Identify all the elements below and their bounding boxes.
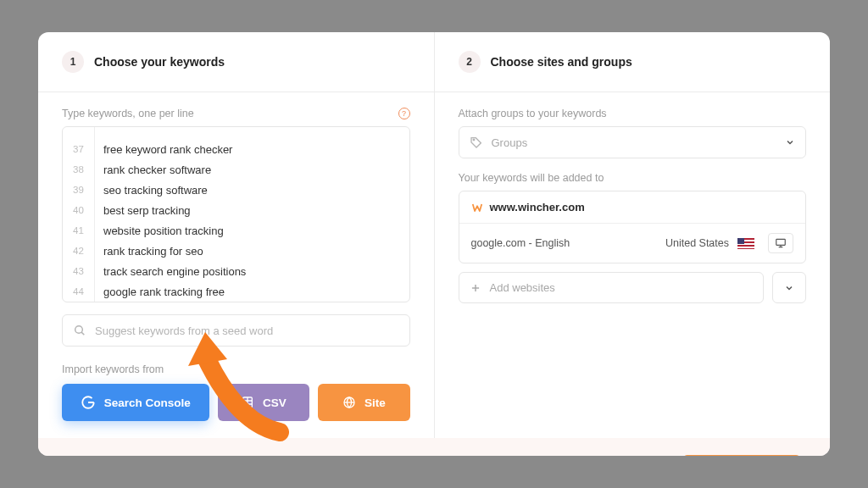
keyword-row: 41 website position tracking <box>63 220 409 241</box>
import-search-console-button[interactable]: Search Console <box>62 384 209 421</box>
line-number: 44 <box>63 281 95 302</box>
import-label: Import keywords from <box>62 363 410 375</box>
keywords-body: Type keywords, one per line ? 37 free ke… <box>38 92 434 438</box>
line-number: 40 <box>63 200 95 220</box>
suggest-input-wrapper[interactable] <box>62 314 410 347</box>
column-sites: 2 Choose sites and groups Attach groups … <box>435 32 831 438</box>
sites-label: Your keywords will be added to <box>459 172 807 184</box>
modal-footer: Cancel Add keywords <box>38 438 830 456</box>
groups-placeholder: Groups <box>492 136 528 149</box>
line-number: 38 <box>63 159 95 180</box>
keyword-row: 42 rank tracking for seo <box>63 241 409 261</box>
keyword-text: google rank tracking free <box>95 286 225 298</box>
keyword-row: 37 free keyword rank checker <box>63 139 409 159</box>
keyword-text: rank checker software <box>95 164 211 176</box>
site-engine-row[interactable]: google.com - English United States <box>459 224 806 263</box>
import-sc-label: Search Console <box>104 396 191 409</box>
chevron-down-icon <box>784 283 794 293</box>
help-icon[interactable]: ? <box>398 108 410 119</box>
keyword-row: 40 best serp tracking <box>63 200 409 220</box>
country-text: United States <box>665 237 729 249</box>
svg-line-1 <box>81 332 84 335</box>
suggest-input[interactable] <box>95 324 399 337</box>
import-csv-button[interactable]: CSV <box>218 384 309 421</box>
us-flag-icon <box>737 238 754 249</box>
step-1-badge: 1 <box>62 51 84 73</box>
keyword-text: free keyword rank checker <box>95 143 232 156</box>
line-number: 39 <box>63 180 95 200</box>
globe-icon <box>342 396 356 409</box>
search-icon <box>73 324 86 337</box>
import-site-label: Site <box>364 396 386 409</box>
site-domain: www.wincher.com <box>490 201 585 214</box>
add-keywords-button[interactable]: Add keywords <box>682 455 801 456</box>
line-number: 37 <box>63 139 95 159</box>
line-number: 43 <box>63 261 95 281</box>
step-1-title: Choose your keywords <box>94 55 225 69</box>
column-keywords: 1 Choose your keywords Type keywords, on… <box>38 32 435 438</box>
step-1-header: 1 Choose your keywords <box>38 32 434 92</box>
line-number: 41 <box>63 220 95 241</box>
groups-label: Attach groups to your keywords <box>459 108 807 119</box>
add-websites-button[interactable]: Add websites <box>459 272 765 303</box>
tag-icon <box>470 136 483 149</box>
site-header: www.wincher.com <box>459 191 806 224</box>
google-icon <box>81 395 96 410</box>
groups-select[interactable]: Groups <box>459 126 807 158</box>
device-desktop-icon[interactable] <box>768 233 793 253</box>
plus-icon <box>470 282 481 294</box>
keyword-text: track search engine positions <box>95 265 246 278</box>
modal-columns: 1 Choose your keywords Type keywords, on… <box>38 32 830 438</box>
step-2-badge: 2 <box>459 51 481 73</box>
add-websites-row: Add websites <box>459 272 807 303</box>
keyword-row: 39 seo tracking software <box>63 180 409 200</box>
svg-point-8 <box>473 139 475 141</box>
keyword-row: 43 track search engine positions <box>63 261 409 281</box>
svg-point-0 <box>75 326 83 334</box>
keywords-textarea[interactable]: 37 free keyword rank checker 38 rank che… <box>62 126 410 302</box>
import-buttons: Search Console CSV Site <box>62 384 410 421</box>
svg-rect-9 <box>776 239 786 245</box>
keyword-row: 38 rank checker software <box>63 159 409 180</box>
import-csv-label: CSV <box>263 396 287 409</box>
keyword-text: rank tracking for seo <box>95 245 203 258</box>
chevron-down-icon <box>785 137 795 147</box>
keywords-label: Type keywords, one per line <box>62 108 194 119</box>
keyword-row: 44 google rank tracking free <box>63 281 409 302</box>
wincher-logo-icon <box>471 202 483 214</box>
keyword-text: best serp tracking <box>95 204 191 217</box>
keyword-text: website position tracking <box>95 225 224 237</box>
add-websites-label: Add websites <box>490 281 555 294</box>
add-keywords-modal: 1 Choose your keywords Type keywords, on… <box>38 32 830 456</box>
sites-body: Attach groups to your keywords Groups Yo… <box>435 92 831 320</box>
add-websites-dropdown[interactable] <box>772 272 806 303</box>
keywords-label-row: Type keywords, one per line ? <box>62 108 410 119</box>
step-2-title: Choose sites and groups <box>491 55 632 69</box>
keyword-row-truncated <box>63 127 409 139</box>
spreadsheet-icon <box>241 396 254 409</box>
line-number: 42 <box>63 241 95 261</box>
keyword-text: seo tracking software <box>95 184 208 197</box>
site-card: www.wincher.com google.com - English Uni… <box>459 191 807 263</box>
engine-text: google.com - English <box>471 237 570 249</box>
import-site-button[interactable]: Site <box>318 384 409 421</box>
step-2-header: 2 Choose sites and groups <box>435 32 831 92</box>
